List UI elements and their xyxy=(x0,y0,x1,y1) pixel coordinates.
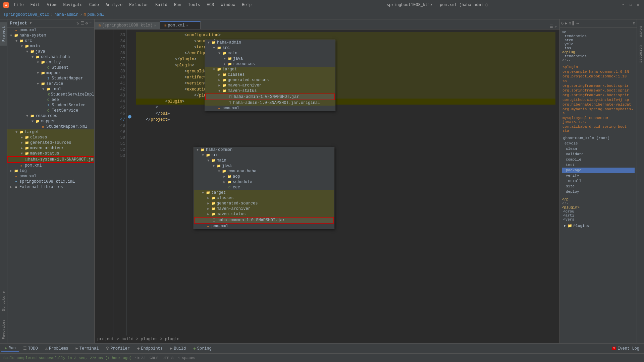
maven-dep-item[interactable]: <s xyxy=(561,79,635,83)
ft1-generated[interactable]: ► 📁 generated-sources xyxy=(205,77,335,83)
ft2-common-jar[interactable]: ⎕ haha-common-1.0-SNAPSHOT.jar xyxy=(194,217,334,224)
tree-item-student-mapper[interactable]: I StudentMapper xyxy=(7,76,94,81)
tree-item-java-sys[interactable]: ▼ 📁 java xyxy=(7,49,94,54)
menu-item-window[interactable]: Window xyxy=(218,2,238,8)
ft2-generated[interactable]: ► 📁 generated-sources xyxy=(194,201,334,206)
maven-skip-icon[interactable]: ▌ xyxy=(573,21,575,26)
sidebar-tab-project[interactable]: Project xyxy=(0,22,7,46)
tree-item-generated-sys[interactable]: ► 📁 generated-sources xyxy=(7,140,94,145)
maven-deploy[interactable]: deploy xyxy=(562,189,635,194)
menu-item-analyze[interactable]: Analyze xyxy=(103,2,125,8)
tree-item-student-service[interactable]: I StudentService xyxy=(7,103,94,108)
maven-dep-item[interactable]: org.springframework.boot:sprir xyxy=(561,88,635,93)
menu-item-build[interactable]: Build xyxy=(153,2,170,8)
tree-item-maven-arch-sys[interactable]: ► 📁 maven-archiver xyxy=(7,145,94,151)
maven-dep-item[interactable]: org.projectlombok:lombok:1.18 xyxy=(561,74,635,79)
maven-site[interactable]: site xyxy=(562,184,635,189)
ft1-src[interactable]: ▼ 📁 src xyxy=(205,45,335,51)
maven-dep-item[interactable]: mysql:mysql-connector-java:5.1.47 xyxy=(561,116,635,124)
menu-item-navigate[interactable]: Navigate xyxy=(60,2,85,8)
tree-item-service-impl[interactable]: C StudentServiceImpl xyxy=(7,92,94,97)
bottom-btn-terminal[interactable]: ▶ Terminal xyxy=(72,345,102,352)
minimize-panel-icon[interactable]: − xyxy=(89,21,92,26)
fold-marker-51[interactable]: ▶ xyxy=(168,111,170,116)
maven-dep-item[interactable]: org.springframework.boot:sprir xyxy=(561,93,635,98)
tree-item-external-libs[interactable]: ► ◼ External Libraries xyxy=(7,184,94,190)
ft1-target[interactable]: ▼ 📁 target xyxy=(205,67,335,72)
maven-run-icon[interactable]: ▶ xyxy=(565,21,567,26)
ft2-aop[interactable]: ► 📁 aop xyxy=(194,174,334,179)
menu-item-refactor[interactable]: Refactor xyxy=(126,2,151,8)
menu-item-view[interactable]: View xyxy=(44,2,59,8)
tree-item-haha-system[interactable]: ▼ 📁 haha-system xyxy=(7,33,94,38)
breadcrumb-file[interactable]: pom.xml xyxy=(87,12,104,17)
tree-item-impl[interactable]: ▼ 📁 impl xyxy=(7,86,94,92)
ft1-java[interactable]: ► 📁 java xyxy=(205,56,335,61)
ft1-admin-jar-original[interactable]: ⎕ haha-admin-1.0-SNAPSHOT.jar.original xyxy=(205,100,335,106)
maven-verify[interactable]: verify xyxy=(562,173,635,178)
bottom-btn-problems[interactable]: ⚠ Problems xyxy=(42,345,72,352)
menu-item-file[interactable]: File xyxy=(11,2,26,8)
tree-item-main-sys[interactable]: ▼ 📁 main xyxy=(7,44,94,49)
maven-install[interactable]: install xyxy=(562,178,635,184)
menu-item-edit[interactable]: Edit xyxy=(28,2,43,8)
tree-item-student-mapper-xml[interactable]: ◾ StudentMapper.xml xyxy=(7,124,94,129)
ft2-pom[interactable]: m pom.xml xyxy=(194,224,334,229)
expand-editor-btn[interactable]: ↗ xyxy=(554,24,557,29)
close-button[interactable]: ✕ xyxy=(635,2,641,8)
ft1-haha-admin[interactable]: ▼ 📁 haha-admin xyxy=(205,40,335,45)
menu-item-run[interactable]: Run xyxy=(171,2,184,8)
tree-item-src-sys[interactable]: ▼ 📁 src xyxy=(7,38,94,44)
collapse-icon[interactable]: ☰ xyxy=(80,21,84,26)
tree-item-test-service[interactable]: C TestService xyxy=(7,108,94,113)
sync-icon[interactable]: ↻ xyxy=(76,21,79,26)
ft2-maven-status[interactable]: ► 📁 maven-status xyxy=(194,212,334,217)
ft2-maven-arch[interactable]: ► 📁 maven-archiver xyxy=(194,206,334,212)
maven-compile[interactable]: compile xyxy=(562,157,635,162)
tree-item-service[interactable]: ▼ 📁 service xyxy=(7,81,94,86)
ft2-eee[interactable]: C eee xyxy=(194,185,334,190)
bottom-btn-endpoints[interactable]: ◆ Endpoints xyxy=(134,345,166,352)
settings-icon[interactable]: ⚙ xyxy=(86,21,88,26)
ft1-classes[interactable]: ► 📁 classes xyxy=(205,72,335,77)
tree-item-target-sys[interactable]: ▼ 📁 target xyxy=(7,129,94,135)
maven-dep-item[interactable]: org.mybatis.spring.boot:mybatis-s xyxy=(561,107,635,116)
bottom-btn-spring[interactable]: ◆ Spring xyxy=(190,345,215,352)
bottom-btn-run[interactable]: ▶ Run xyxy=(1,345,19,352)
menu-item-tools[interactable]: Tools xyxy=(185,2,203,8)
maven-plugins[interactable]: ► 📁 Plugins xyxy=(561,223,635,229)
ft2-haha-common[interactable]: ▼ 📁 haha-common xyxy=(194,147,334,153)
maven-settings-icon[interactable]: ⚙ xyxy=(633,21,635,26)
ft2-main[interactable]: ▼ 📁 main xyxy=(194,158,334,163)
right-tab-database[interactable]: Database xyxy=(637,41,644,67)
sidebar-tab-structure[interactable]: Structure xyxy=(0,287,7,315)
maven-lifecycle-header[interactable]: ecycle xyxy=(562,141,635,146)
ft1-maven-status[interactable]: ▼ 📁 maven-status xyxy=(205,88,335,94)
bottom-btn-event-log[interactable]: 3 Event Log xyxy=(609,346,643,352)
maven-validate[interactable]: validate xyxy=(562,152,635,157)
tree-item-classes-sys[interactable]: ► 📁 classes xyxy=(7,135,94,140)
tree-item-pom-sys[interactable]: m pom.xml xyxy=(7,163,94,168)
panel-dropdown-icon[interactable]: ▼ xyxy=(30,21,32,25)
tree-item-maven-status-sys[interactable]: ▼ 📁 maven-status xyxy=(7,151,94,156)
tree-item-eee[interactable]: C eee xyxy=(7,97,94,103)
ft1-main[interactable]: ▼ 📁 main xyxy=(205,51,335,56)
tree-item-com-aaa-haha[interactable]: ▼ 📁 com.aaa.haha xyxy=(7,54,94,60)
tab-close-btn[interactable]: ✕ xyxy=(154,23,156,27)
menu-item-help[interactable]: Help xyxy=(239,2,254,8)
maven-dep-item[interactable]: org.hibernate:hibernate-validat xyxy=(561,102,635,107)
ft1-maven-arch[interactable]: ► 📁 maven-archiver xyxy=(205,83,335,88)
maximize-button[interactable]: □ xyxy=(628,2,633,8)
bottom-btn-todo[interactable]: ☰ TODO xyxy=(20,345,41,352)
maven-package[interactable]: package xyxy=(562,168,635,173)
menu-item-code[interactable]: Code xyxy=(87,2,102,8)
fold-marker-53[interactable]: ▶ xyxy=(168,117,170,122)
gutter-mark-47[interactable]: ⬤ xyxy=(127,114,132,120)
menu-item-vcs[interactable]: VCS xyxy=(204,2,217,8)
breadcrumb-module[interactable]: haha-admin xyxy=(54,12,78,17)
maven-refresh-icon[interactable]: ↻ xyxy=(561,21,564,26)
ft2-schedule[interactable]: ► 📁 schedule xyxy=(194,179,334,185)
maven-dep-item[interactable]: org.springframework.boot:sprir xyxy=(561,83,635,88)
tree-item-mapper[interactable]: ▼ 📁 mapper xyxy=(7,70,94,76)
ft1-resources[interactable]: ► 📁 resources xyxy=(205,61,335,67)
